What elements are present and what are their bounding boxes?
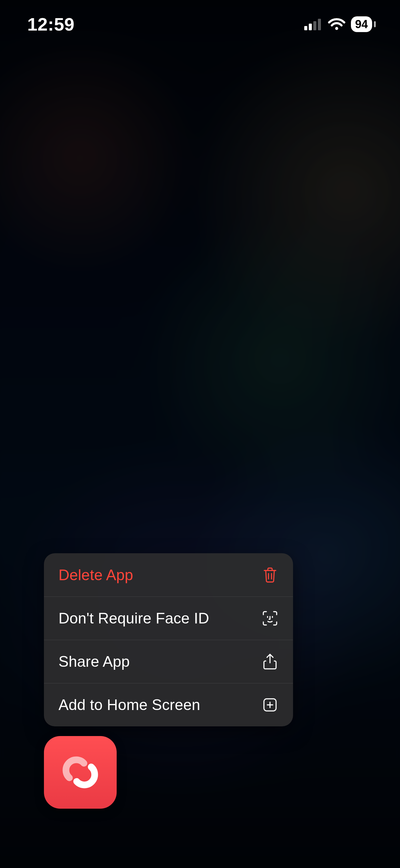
trash-icon — [261, 566, 279, 584]
authy-glyph-icon — [56, 748, 105, 797]
svg-rect-2 — [313, 21, 316, 30]
menu-item-label: Don't Require Face ID — [58, 610, 209, 627]
battery-percent: 94 — [355, 18, 368, 31]
menu-item-add-to-home-screen[interactable]: Add to Home Screen — [44, 683, 293, 726]
menu-item-label: Delete App — [58, 566, 133, 584]
status-bar: 12:59 94 — [0, 0, 400, 49]
menu-item-label: Share App — [58, 653, 130, 670]
svg-rect-3 — [318, 19, 321, 30]
app-icon-authy[interactable] — [44, 736, 117, 809]
battery-indicator: 94 — [351, 17, 376, 32]
status-time: 12:59 — [27, 14, 75, 35]
svg-rect-0 — [304, 26, 307, 30]
share-icon — [261, 653, 279, 670]
wifi-icon — [328, 18, 345, 31]
plus-square-icon — [261, 696, 279, 713]
app-context-menu: Delete App Don't Require Face ID — [44, 553, 293, 726]
menu-item-delete-app[interactable]: Delete App — [44, 553, 293, 596]
menu-item-share-app[interactable]: Share App — [44, 640, 293, 683]
svg-point-4 — [335, 27, 338, 30]
face-id-icon — [261, 610, 279, 627]
status-right-cluster: 94 — [304, 17, 376, 32]
menu-item-dont-require-face-id[interactable]: Don't Require Face ID — [44, 596, 293, 640]
cellular-signal-icon — [304, 18, 322, 30]
svg-rect-1 — [309, 24, 312, 30]
menu-item-label: Add to Home Screen — [58, 696, 200, 714]
